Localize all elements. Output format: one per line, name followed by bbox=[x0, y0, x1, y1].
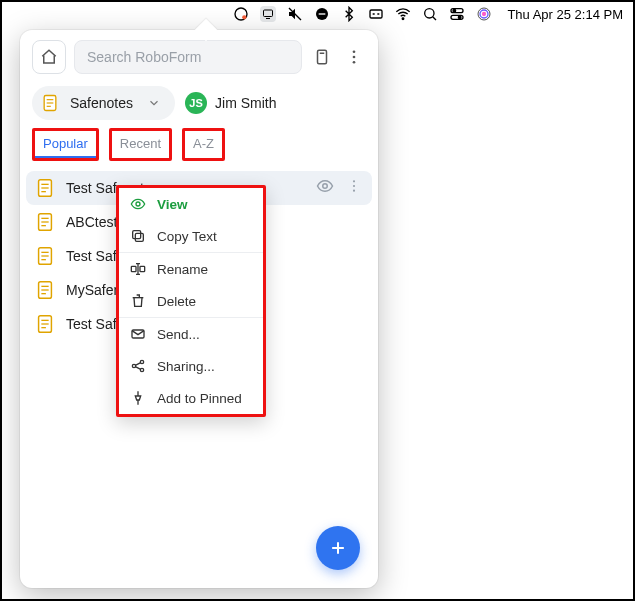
svg-point-31 bbox=[353, 190, 355, 192]
svg-point-12 bbox=[459, 16, 462, 19]
menu-sharing[interactable]: Sharing... bbox=[119, 350, 263, 382]
svg-rect-5 bbox=[319, 13, 326, 14]
macos-menubar: Thu Apr 25 2:14 PM bbox=[2, 2, 633, 26]
copy-icon bbox=[129, 227, 147, 245]
safenote-icon bbox=[34, 177, 56, 199]
svg-rect-2 bbox=[264, 10, 273, 17]
menu-label: Send... bbox=[157, 327, 200, 342]
svg-rect-52 bbox=[140, 266, 145, 271]
item-context-menu: View Copy Text Rename Delete Send... bbox=[116, 185, 266, 417]
svg-point-29 bbox=[353, 180, 355, 182]
kebab-menu-button[interactable] bbox=[342, 45, 366, 69]
svg-rect-51 bbox=[131, 266, 136, 271]
svg-point-28 bbox=[323, 184, 328, 189]
svg-point-8 bbox=[425, 9, 434, 18]
svg-point-17 bbox=[353, 50, 356, 53]
menu-label: Add to Pinned bbox=[157, 391, 242, 406]
filter-popular[interactable]: Popular bbox=[35, 131, 96, 158]
safenote-icon bbox=[34, 211, 56, 233]
menu-label: Copy Text bbox=[157, 229, 217, 244]
wifi-icon[interactable] bbox=[395, 6, 411, 22]
svg-rect-49 bbox=[135, 233, 143, 241]
safenote-icon bbox=[34, 245, 56, 267]
eye-icon bbox=[129, 195, 147, 213]
avatar: JS bbox=[185, 92, 207, 114]
svg-rect-6 bbox=[370, 10, 382, 18]
svg-rect-16 bbox=[318, 50, 327, 64]
spotlight-icon[interactable] bbox=[422, 6, 438, 22]
view-icon[interactable] bbox=[316, 177, 336, 199]
menu-label: View bbox=[157, 197, 188, 212]
safenote-list: Test Safenote ABCtest Test Safenote 3 My… bbox=[20, 171, 378, 588]
svg-point-7 bbox=[403, 18, 405, 20]
menubar-datetime[interactable]: Thu Apr 25 2:14 PM bbox=[507, 7, 623, 22]
category-chip[interactable]: Safenotes bbox=[32, 86, 175, 120]
control-center-icon[interactable] bbox=[449, 6, 465, 22]
roboform-panel: Safenotes JS Jim Smith Popular Recent A-… bbox=[20, 30, 378, 588]
captions-icon[interactable] bbox=[368, 6, 384, 22]
menu-delete[interactable]: Delete bbox=[119, 285, 263, 317]
menu-copy-text[interactable]: Copy Text bbox=[119, 220, 263, 252]
menu-rename[interactable]: Rename bbox=[119, 253, 263, 285]
envelope-icon bbox=[129, 325, 147, 343]
menu-label: Sharing... bbox=[157, 359, 215, 374]
menu-send[interactable]: Send... bbox=[119, 318, 263, 350]
svg-point-30 bbox=[353, 185, 355, 187]
category-label: Safenotes bbox=[70, 95, 133, 111]
storage-icon[interactable] bbox=[310, 45, 334, 69]
rename-icon bbox=[129, 260, 147, 278]
filter-tabs: Popular Recent A-Z bbox=[20, 128, 378, 171]
item-kebab-button[interactable] bbox=[346, 178, 364, 198]
menu-label: Delete bbox=[157, 294, 196, 309]
roboform-status-icon[interactable] bbox=[233, 6, 249, 22]
svg-point-18 bbox=[353, 56, 356, 59]
screen-mirroring-icon[interactable] bbox=[260, 6, 276, 22]
svg-point-15 bbox=[482, 12, 486, 16]
svg-rect-50 bbox=[133, 231, 141, 239]
safenote-icon bbox=[34, 279, 56, 301]
safenote-icon bbox=[34, 313, 56, 335]
filter-az[interactable]: A-Z bbox=[185, 131, 222, 156]
trash-icon bbox=[129, 292, 147, 310]
menu-view[interactable]: View bbox=[119, 188, 263, 220]
bluetooth-icon[interactable] bbox=[341, 6, 357, 22]
dnd-icon[interactable] bbox=[314, 6, 330, 22]
share-icon bbox=[129, 357, 147, 375]
svg-point-19 bbox=[353, 61, 356, 64]
siri-icon[interactable] bbox=[476, 6, 492, 22]
chevron-down-icon bbox=[147, 96, 161, 110]
pin-icon bbox=[129, 389, 147, 407]
filter-recent[interactable]: Recent bbox=[112, 131, 169, 156]
category-bar: Safenotes JS Jim Smith bbox=[20, 82, 378, 128]
menu-label: Rename bbox=[157, 262, 208, 277]
svg-point-1 bbox=[243, 15, 247, 19]
mute-icon[interactable] bbox=[287, 6, 303, 22]
add-button[interactable] bbox=[316, 526, 360, 570]
user-chip[interactable]: JS Jim Smith bbox=[185, 92, 276, 114]
panel-topbar bbox=[20, 30, 378, 82]
svg-point-48 bbox=[136, 202, 140, 206]
plus-icon bbox=[328, 538, 348, 558]
user-name: Jim Smith bbox=[215, 95, 276, 111]
safenote-icon bbox=[40, 93, 60, 113]
search-input[interactable] bbox=[74, 40, 302, 74]
home-button[interactable] bbox=[32, 40, 66, 74]
menu-add-to-pinned[interactable]: Add to Pinned bbox=[119, 382, 263, 414]
svg-point-11 bbox=[453, 9, 456, 12]
